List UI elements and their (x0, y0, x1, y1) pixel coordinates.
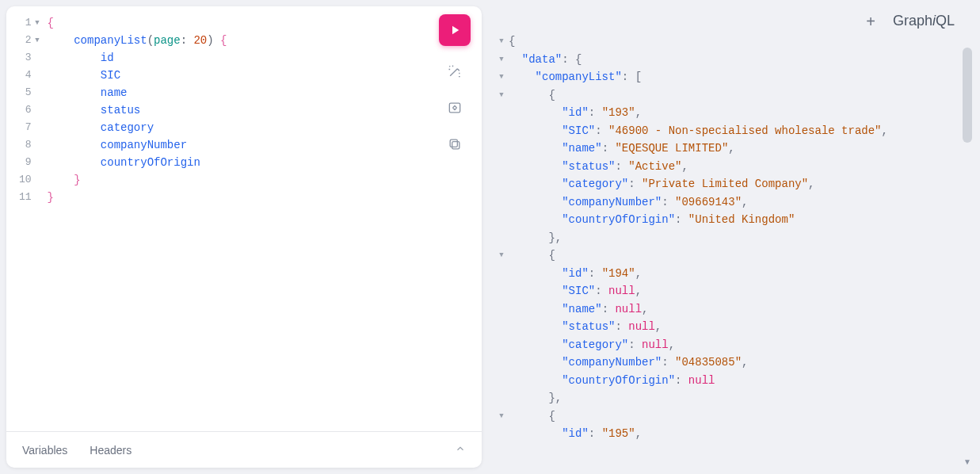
fold-marker (494, 211, 509, 229)
graphiql-app: 1▼2▼34567891011 { companyList(page: 20) … (0, 0, 980, 474)
fold-marker (494, 318, 509, 336)
fold-marker (494, 158, 509, 176)
fold-marker (494, 140, 509, 158)
result-line: "countryOfOrigin": "United Kingdom" (509, 211, 974, 229)
fold-marker (494, 336, 509, 354)
code-line[interactable]: } (48, 189, 482, 206)
result-header: + GraphiQL (488, 6, 974, 32)
result-line: "data": { (509, 51, 974, 69)
fold-marker (494, 229, 509, 247)
query-panel: 1▼2▼34567891011 { companyList(page: 20) … (6, 6, 482, 468)
query-editor[interactable]: 1▼2▼34567891011 { companyList(page: 20) … (6, 6, 482, 431)
collapse-footer-button[interactable] (455, 443, 466, 457)
result-line: "name": null, (509, 300, 974, 319)
fold-marker (494, 175, 509, 193)
line-number: 6 (19, 101, 40, 119)
code-line[interactable]: companyList(page: 20) { (48, 32, 482, 49)
fold-marker (494, 389, 509, 407)
code-line[interactable]: countryOfOrigin (48, 154, 482, 171)
result-line: "companyList": [ (509, 68, 974, 86)
line-number: 1▼ (19, 14, 40, 32)
merge-button[interactable] (444, 97, 466, 119)
merge-icon (447, 100, 463, 116)
result-line: "SIC": "46900 - Non-specialised wholesal… (509, 122, 974, 140)
scroll-down-arrow[interactable]: ▼ (963, 457, 971, 466)
fold-marker (494, 372, 509, 390)
copy-button[interactable] (444, 133, 466, 155)
copy-icon (447, 136, 463, 152)
result-line: "status": null, (509, 318, 974, 336)
magic-wand-icon (447, 63, 463, 79)
result-panel: + GraphiQL ▼▼▼▼▼▼ { "data": { "companyLi… (488, 6, 974, 468)
fold-marker (494, 282, 509, 300)
code-line[interactable]: category (48, 119, 482, 136)
result-gutter: ▼▼▼▼▼▼ (494, 32, 509, 468)
graphiql-logo: GraphiQL (893, 13, 955, 29)
code-line[interactable]: SIC (48, 67, 482, 84)
query-code[interactable]: { companyList(page: 20) { id SIC name st… (48, 14, 482, 423)
fold-marker (494, 425, 509, 443)
result-code: { "data": { "companyList": [ { "id": "19… (509, 32, 974, 468)
fold-marker[interactable]: ▼ (494, 407, 509, 426)
play-icon (448, 23, 462, 37)
chevron-up-icon (455, 443, 466, 454)
svg-rect-2 (450, 140, 457, 147)
line-gutter: 1▼2▼34567891011 (14, 14, 48, 423)
code-line[interactable]: } (48, 171, 482, 189)
editor-footer: Variables Headers (6, 431, 482, 468)
tab-headers[interactable]: Headers (90, 444, 132, 457)
fold-marker[interactable]: ▼ (494, 86, 509, 105)
prettify-button[interactable] (444, 60, 466, 82)
code-line[interactable]: id (48, 49, 482, 67)
add-tab-button[interactable]: + (866, 13, 875, 29)
result-line: "companyNumber": "04835085", (509, 354, 974, 372)
svg-rect-1 (452, 142, 459, 149)
result-line: { (509, 247, 974, 265)
tab-variables[interactable]: Variables (22, 444, 67, 457)
line-number: 5 (19, 84, 40, 101)
line-number: 9 (19, 154, 40, 171)
fold-marker[interactable]: ▼ (494, 247, 509, 265)
fold-marker[interactable]: ▼ (494, 32, 509, 51)
editor-toolbar (439, 14, 471, 155)
fold-marker[interactable]: ▼ (494, 51, 509, 69)
result-line: "category": null, (509, 336, 974, 354)
result-line: "id": "194", (509, 265, 974, 283)
line-number: 10 (19, 171, 40, 189)
result-line: "id": "195", (509, 425, 974, 443)
code-line[interactable]: name (48, 84, 482, 101)
fold-marker (494, 122, 509, 140)
result-line: { (509, 86, 974, 105)
result-line: "name": "EQESQUE LIMITED", (509, 140, 974, 158)
fold-marker (494, 354, 509, 372)
fold-marker (494, 104, 509, 122)
result-line: { (509, 32, 974, 51)
line-number: 2▼ (19, 32, 40, 49)
result-line: { (509, 407, 974, 426)
line-number: 11 (19, 189, 40, 206)
result-line: "category": "Private Limited Company", (509, 175, 974, 193)
result-line: }, (509, 229, 974, 247)
result-line: "countryOfOrigin": null (509, 372, 974, 390)
line-number: 8 (19, 136, 40, 154)
result-line: }, (509, 389, 974, 407)
scrollbar-track[interactable] (963, 48, 972, 463)
code-line[interactable]: status (48, 101, 482, 119)
scrollbar-thumb[interactable] (963, 48, 972, 143)
result-line: "id": "193", (509, 104, 974, 122)
fold-marker[interactable]: ▼ (494, 68, 509, 86)
result-viewer[interactable]: ▼▼▼▼▼▼ { "data": { "companyList": [ { "i… (488, 32, 974, 468)
fold-marker (494, 300, 509, 319)
code-line[interactable]: companyNumber (48, 136, 482, 154)
svg-rect-0 (449, 103, 459, 113)
fold-marker (494, 265, 509, 283)
line-number: 4 (19, 67, 40, 84)
result-line: "SIC": null, (509, 282, 974, 300)
result-line: "status": "Active", (509, 158, 974, 176)
execute-button[interactable] (439, 14, 471, 46)
result-line: "companyNumber": "09669143", (509, 193, 974, 212)
code-line[interactable]: { (48, 14, 482, 32)
line-number: 3 (19, 49, 40, 67)
fold-marker (494, 193, 509, 212)
line-number: 7 (19, 119, 40, 136)
